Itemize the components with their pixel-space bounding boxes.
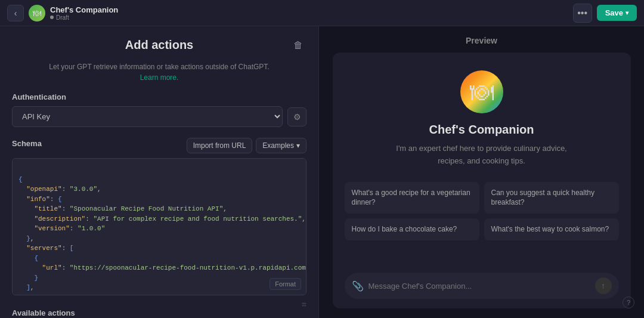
chef-avatar: 🍽 bbox=[460, 70, 503, 113]
chat-input[interactable] bbox=[369, 282, 590, 291]
preview-title: Preview bbox=[466, 36, 497, 45]
main-layout: Add actions 🗑 Let your GPT retrieve info… bbox=[0, 26, 644, 318]
format-button[interactable]: Format bbox=[270, 278, 301, 290]
schema-editor[interactable]: { "openapi": "3.0.0", "info": { "title":… bbox=[12, 158, 306, 295]
chef-description: I'm an expert chef here to provide culin… bbox=[392, 143, 571, 168]
left-panel: Add actions 🗑 Let your GPT retrieve info… bbox=[0, 26, 319, 318]
learn-more-link[interactable]: Learn more. bbox=[140, 73, 179, 82]
suggestion-card-3[interactable]: What's the best way to cook salmon? bbox=[484, 218, 619, 240]
chef-name: Chef's Companion bbox=[429, 123, 534, 137]
attach-button[interactable]: 📎 bbox=[352, 280, 364, 292]
gpt-avatar: 🍽 bbox=[29, 5, 45, 21]
gpt-info: Chef's Companion Draft bbox=[50, 5, 118, 21]
suggestion-grid: What's a good recipe for a vegetarian di… bbox=[345, 182, 619, 240]
auth-gear-button[interactable]: ⚙ bbox=[287, 107, 306, 126]
schema-actions: Import from URL Examples ▾ bbox=[187, 138, 306, 153]
add-actions-subtitle: Let your GPT retrieve information or tak… bbox=[12, 61, 306, 83]
draft-dot bbox=[50, 16, 54, 19]
examples-button[interactable]: Examples ▾ bbox=[256, 138, 306, 153]
preview-card: 🍽 Chef's Companion I'm an expert chef he… bbox=[333, 53, 631, 308]
save-chevron-icon: ▾ bbox=[626, 10, 628, 16]
delete-button[interactable]: 🗑 bbox=[290, 37, 306, 54]
schema-label: Schema bbox=[12, 139, 42, 148]
save-button[interactable]: Save ▾ bbox=[597, 5, 637, 21]
chat-input-row: 📎 ↑ bbox=[345, 273, 619, 299]
schema-resize-handle[interactable]: ⌗ bbox=[12, 300, 306, 308]
suggestion-card-2[interactable]: How do I bake a chocolate cake? bbox=[345, 218, 479, 240]
send-button[interactable]: ↑ bbox=[595, 277, 612, 294]
schema-row: Schema Import from URL Examples ▾ bbox=[12, 138, 306, 153]
more-button[interactable]: ••• bbox=[573, 4, 592, 23]
authentication-label: Authentication bbox=[12, 92, 306, 101]
available-actions-title: Available actions bbox=[12, 308, 306, 317]
gpt-name: Chef's Companion bbox=[50, 5, 118, 14]
help-icon[interactable]: ? bbox=[623, 297, 634, 308]
add-actions-title: Add actions bbox=[12, 38, 306, 52]
right-panel: Preview 🍽 Chef's Companion I'm an expert… bbox=[319, 26, 644, 318]
authentication-row: API Key ⚙ bbox=[12, 106, 306, 127]
suggestion-card-0[interactable]: What's a good recipe for a vegetarian di… bbox=[345, 182, 479, 214]
gpt-status: Draft bbox=[50, 14, 118, 21]
auth-select[interactable]: API Key bbox=[12, 106, 283, 127]
top-nav: ‹ 🍽 Chef's Companion Draft ••• Save ▾ bbox=[0, 0, 644, 26]
import-url-button[interactable]: Import from URL bbox=[187, 138, 253, 153]
nav-back-button[interactable]: ‹ bbox=[7, 5, 24, 21]
examples-chevron-icon: ▾ bbox=[296, 141, 300, 150]
add-actions-header: Add actions 🗑 bbox=[12, 38, 306, 52]
suggestion-card-1[interactable]: Can you suggest a quick healthy breakfas… bbox=[484, 182, 619, 214]
